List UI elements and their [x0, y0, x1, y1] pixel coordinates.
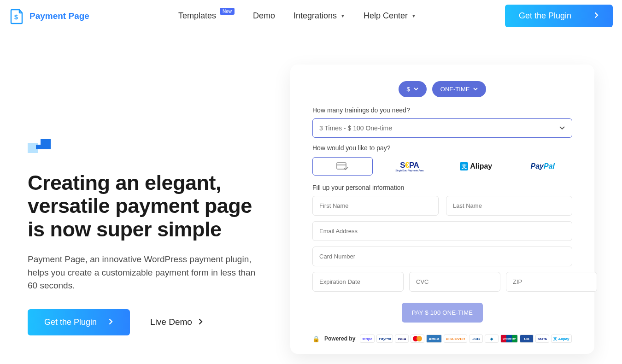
zip-field[interactable] — [506, 272, 597, 292]
powered-row: 🔒 Powered by stripe PayPal VISA AMEX DIS… — [312, 335, 572, 343]
paypal-logo: PayPal — [531, 162, 555, 170]
brand[interactable]: $ Payment Page — [9, 8, 89, 24]
chevron-down-icon: ▼ — [411, 13, 416, 18]
payment-methods: S€PA Single Euro Payments Area 支Alipay P… — [312, 157, 572, 176]
nav-help-label: Help Center — [364, 11, 408, 21]
email-field[interactable] — [312, 221, 572, 241]
trainings-select-value: 3 Times - $ 100 One-time — [319, 124, 392, 132]
brand-sepa: S€PA — [535, 335, 549, 343]
new-badge: New — [220, 8, 235, 15]
svg-text:$: $ — [14, 13, 18, 21]
hero-cta-label: Get the Plugin — [44, 317, 97, 327]
pay-button[interactable]: PAY $ 100 ONE-TIME — [402, 303, 483, 323]
hero-actions: Get the Plugin Live Demo — [28, 309, 272, 335]
nav-integrations[interactable]: Integrations ▼ — [293, 11, 345, 21]
logo-icon: $ — [9, 8, 24, 24]
chevron-down-icon: ▼ — [340, 13, 345, 18]
last-name-field[interactable] — [446, 196, 572, 216]
hero-left: Creating an elegant, versatile payment p… — [28, 65, 272, 354]
brand-paypal: PayPal — [376, 335, 393, 343]
nav-demo[interactable]: Demo — [253, 11, 275, 21]
hero-right: $ ONE-TIME How many trainings do you nee… — [290, 65, 594, 354]
header-cta-label: Get the Plugin — [519, 11, 571, 21]
hero-headline: Creating an elegant, versatile payment p… — [28, 171, 272, 241]
header: $ Payment Page Templates New Demo Integr… — [0, 0, 622, 32]
hero-cta-button[interactable]: Get the Plugin — [28, 309, 130, 335]
live-demo-link[interactable]: Live Demo — [150, 317, 203, 327]
chevron-down-icon — [559, 126, 565, 130]
currency-value: $ — [407, 86, 410, 93]
currency-select[interactable]: $ — [399, 81, 427, 97]
alipay-logo: 支Alipay — [460, 162, 492, 170]
brand-amex: AMEX — [426, 335, 441, 343]
payment-method-alipay[interactable]: 支Alipay — [446, 157, 506, 176]
main-nav: Templates New Demo Integrations ▼ Help C… — [178, 11, 416, 21]
brand-name: Payment Page — [29, 11, 89, 21]
trainings-label: How many trainings do you need? — [312, 106, 572, 114]
chevron-down-icon — [414, 88, 418, 91]
nav-help[interactable]: Help Center ▼ — [364, 11, 416, 21]
first-name-field[interactable] — [312, 196, 439, 216]
payment-form-card: $ ONE-TIME How many trainings do you nee… — [290, 65, 594, 354]
brand-alipay: 支 Alipay — [551, 335, 571, 343]
card-number-field[interactable] — [312, 247, 572, 266]
pill-row: $ ONE-TIME — [312, 81, 572, 97]
brand-discover: DISCOVER — [444, 335, 468, 343]
sepa-logo: S€PA Single Euro Payments Area — [395, 161, 423, 172]
pay-question-label: How would you like to pay? — [312, 144, 572, 152]
chevron-down-icon — [473, 88, 478, 91]
hero-subtext: Payment Page, an innovative WordPress pa… — [28, 253, 267, 293]
trainings-select[interactable]: 3 Times - $ 100 One-time — [312, 118, 572, 138]
cvc-field[interactable] — [409, 272, 500, 292]
nav-templates-label: Templates — [178, 11, 216, 21]
brand-visa: VISA — [395, 335, 409, 343]
brand-mastercard — [411, 335, 424, 343]
credit-card-icon — [336, 162, 348, 171]
payment-method-card[interactable] — [312, 157, 373, 176]
hero-section: Creating an elegant, versatile payment p… — [0, 32, 622, 364]
brand-diners: ◈ — [485, 335, 499, 343]
payment-brands: stripe PayPal VISA AMEX DISCOVER JCB ◈ U… — [360, 335, 571, 343]
brand-cb: CB — [520, 335, 534, 343]
chevron-right-icon — [594, 11, 599, 21]
brand-jcb: JCB — [469, 335, 483, 343]
personal-info-label: Fill up your personal information — [312, 184, 572, 191]
live-demo-label: Live Demo — [150, 317, 192, 327]
brand-stripe: stripe — [360, 335, 375, 343]
brand-unionpay: UnionPay — [500, 335, 518, 343]
expiration-field[interactable] — [312, 272, 404, 292]
payment-method-sepa[interactable]: S€PA Single Euro Payments Area — [380, 157, 440, 176]
header-cta-button[interactable]: Get the Plugin — [505, 5, 613, 27]
payment-method-paypal[interactable]: PayPal — [513, 157, 573, 176]
nav-templates[interactable]: Templates New — [178, 11, 235, 21]
chevron-right-icon — [199, 317, 203, 327]
chevron-right-icon — [109, 317, 113, 327]
powered-label: Powered by — [324, 335, 355, 342]
frequency-value: ONE-TIME — [440, 86, 470, 93]
frequency-select[interactable]: ONE-TIME — [432, 81, 487, 97]
lock-icon: 🔒 — [312, 335, 320, 342]
decorative-squares — [28, 143, 272, 153]
nav-integrations-label: Integrations — [293, 11, 337, 21]
